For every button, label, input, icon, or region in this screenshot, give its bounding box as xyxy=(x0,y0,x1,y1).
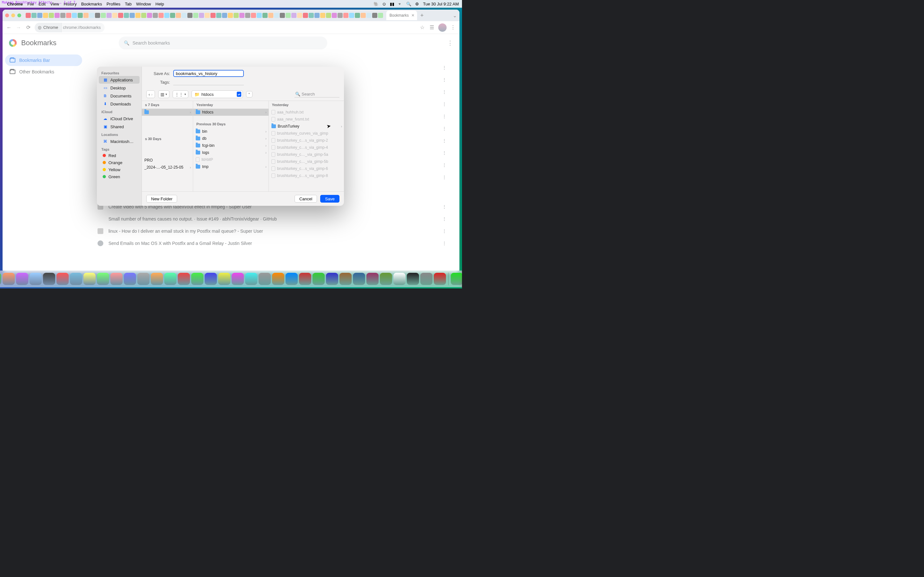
dock-app-icon[interactable] xyxy=(393,273,405,285)
sidebar-shared[interactable]: ▣Shared xyxy=(99,123,140,131)
applications-icon: ▦ xyxy=(103,77,108,82)
column-row[interactable]: _2024-…-05_12-25-05 › xyxy=(142,164,193,171)
sidebar-downloads[interactable]: ⬇Downloads xyxy=(99,100,140,108)
dock-app-icon[interactable] xyxy=(83,273,95,285)
sidebar-documents[interactable]: 🗎Documents xyxy=(99,92,140,100)
sidebar-desktop[interactable]: ▭Desktop xyxy=(99,84,140,92)
dock-app-icon[interactable] xyxy=(299,273,311,285)
column-row[interactable]: brushturkey_c…s_via_gimp-8 xyxy=(269,172,344,179)
dock-app-icon[interactable] xyxy=(151,273,163,285)
column-row[interactable]: fcgi-bin› xyxy=(193,142,268,149)
menubar-play-icon[interactable]: ⊙ xyxy=(383,2,386,6)
row-label: htdocs xyxy=(202,110,213,114)
sidebar-tag-red[interactable]: Red xyxy=(99,152,140,159)
view-columns-button[interactable]: ▥ ▾ xyxy=(158,90,170,98)
menubar-control-center-icon[interactable]: ⚙ xyxy=(415,2,419,6)
dock-app-icon[interactable] xyxy=(245,273,257,285)
dock-app-icon[interactable] xyxy=(258,273,271,285)
new-folder-button[interactable]: New Folder xyxy=(146,195,177,203)
sidebar-tag-yellow[interactable]: Yellow xyxy=(99,166,140,173)
dock-app-icon[interactable] xyxy=(137,273,150,285)
menubar-evernote-icon[interactable]: 🐘 xyxy=(373,2,379,6)
column-row[interactable]: brushturkey_c…s_via_gimp-4 xyxy=(269,144,344,151)
dock-app-icon[interactable] xyxy=(451,273,462,285)
column-row[interactable]: brushturkey_c…_via_gimp-5b xyxy=(269,158,344,165)
dock-app-icon[interactable] xyxy=(339,273,352,285)
sidebar-applications[interactable]: ▦Applications xyxy=(99,76,140,84)
dock-app-icon[interactable] xyxy=(191,273,204,285)
column-row-selected[interactable]: › xyxy=(142,109,193,116)
column-row[interactable]: BrushTurkey› xyxy=(269,123,344,130)
menu-tab[interactable]: Tab xyxy=(125,2,132,6)
menu-profiles[interactable]: Profiles xyxy=(107,2,120,6)
save-dialog-search[interactable]: 🔍 Search xyxy=(294,91,339,97)
column-1[interactable]: s 7 Days › s 30 Days PRO _2024-…-05_12-2… xyxy=(142,101,193,191)
dock-app-icon[interactable] xyxy=(353,273,365,285)
dock-app-icon[interactable] xyxy=(434,273,446,285)
dock-app-icon[interactable] xyxy=(164,273,176,285)
dock-app-icon[interactable] xyxy=(97,273,109,285)
sidebar-icloud-drive[interactable]: ☁iCloud Drive xyxy=(99,115,140,122)
location-popup[interactable]: 📁 htdocs ▴▾ xyxy=(192,90,243,98)
row-label: brushturkey_c…s_via_gimp-6 xyxy=(277,166,328,171)
save-as-input[interactable] xyxy=(173,70,244,77)
menubar-wifi-icon[interactable]: ᯤ xyxy=(398,2,402,6)
dock-app-icon[interactable] xyxy=(0,273,1,285)
dock-app-icon[interactable] xyxy=(232,273,244,285)
dock-app-icon[interactable] xyxy=(326,273,338,285)
column-3[interactable]: Yesterday aaa_huhhuh.txtaaa_new_fvsmt.tx… xyxy=(269,101,344,191)
dock-app-icon[interactable] xyxy=(110,273,123,285)
chevron-left-icon[interactable]: ‹ xyxy=(149,92,150,97)
dock-app-icon[interactable] xyxy=(367,273,379,285)
menu-help[interactable]: Help xyxy=(156,2,164,6)
menubar-spotlight-icon[interactable]: 🔍 xyxy=(406,2,411,6)
nav-back-forward[interactable]: ‹ › xyxy=(146,90,155,98)
sidebar-macintosh-hd[interactable]: ⌘Macintosh… xyxy=(99,137,140,145)
column-row[interactable]: bin› xyxy=(193,128,268,135)
dock-app-icon[interactable] xyxy=(272,273,284,285)
chevron-right-icon[interactable]: › xyxy=(151,92,152,97)
dock-app-icon[interactable] xyxy=(178,273,190,285)
sidebar-tag-orange[interactable]: Orange xyxy=(99,159,140,166)
column-row[interactable]: aaa_new_fvsmt.txt xyxy=(269,116,344,123)
column-2[interactable]: Yesterday htdocs › Previous 30 Days bin›… xyxy=(193,101,269,191)
column-row[interactable]: logs› xyxy=(193,149,268,156)
column-row[interactable]: brushturkey_curves_via_gimp xyxy=(269,130,344,137)
chevron-right-icon: › xyxy=(190,166,191,169)
dock-app-icon[interactable] xyxy=(16,273,28,285)
dock-app-icon[interactable] xyxy=(286,273,298,285)
collapse-toggle-icon[interactable]: ˄ xyxy=(246,91,252,97)
column-row[interactable]: brushturkey_c…s_via_gimp-6 xyxy=(269,165,344,172)
menu-bookmarks[interactable]: Bookmarks xyxy=(81,2,102,6)
column-row[interactable]: db› xyxy=(193,135,268,142)
dock-app-icon[interactable] xyxy=(124,273,136,285)
column-row[interactable]: brushturkey_c…s_via_gimp-2 xyxy=(269,137,344,144)
dock-app-icon[interactable] xyxy=(420,273,433,285)
tags-input[interactable] xyxy=(173,79,244,85)
sidebar-tag-green[interactable]: Green xyxy=(99,173,140,180)
search-placeholder: Search xyxy=(302,92,315,97)
row-label: brushturkey_c…_via_gimp-5b xyxy=(277,159,328,164)
dock-app-icon[interactable] xyxy=(29,273,42,285)
view-group-button[interactable]: ⋮⋮ ▾ xyxy=(173,90,188,98)
menubar-battery-icon[interactable]: ▮▮ xyxy=(390,2,394,6)
column-row[interactable]: brushturkey_c…_via_gimp-5a xyxy=(269,151,344,158)
dock-app-icon[interactable] xyxy=(218,273,230,285)
column-row[interactable]: tmp› xyxy=(193,163,268,170)
cancel-button[interactable]: Cancel xyxy=(294,195,317,203)
dock-app-icon[interactable] xyxy=(205,273,217,285)
dock-app-icon[interactable] xyxy=(70,273,82,285)
dock-app-icon[interactable] xyxy=(3,273,15,285)
menu-window[interactable]: Window xyxy=(136,2,151,6)
dock-app-icon[interactable] xyxy=(407,273,419,285)
dock-app-icon[interactable] xyxy=(43,273,55,285)
column-row[interactable]: PRO xyxy=(142,157,193,164)
column-row[interactable]: MAMP xyxy=(193,156,268,163)
dock-app-icon[interactable] xyxy=(312,273,325,285)
column-row-htdocs[interactable]: htdocs › xyxy=(193,109,268,116)
dock-app-icon[interactable] xyxy=(57,273,69,285)
save-button[interactable]: Save xyxy=(320,195,339,203)
column-row[interactable]: aaa_huhhuh.txt xyxy=(269,109,344,116)
menubar-clock[interactable]: Tue 30 Jul 9:22 AM xyxy=(423,2,459,6)
dock-app-icon[interactable] xyxy=(380,273,392,285)
